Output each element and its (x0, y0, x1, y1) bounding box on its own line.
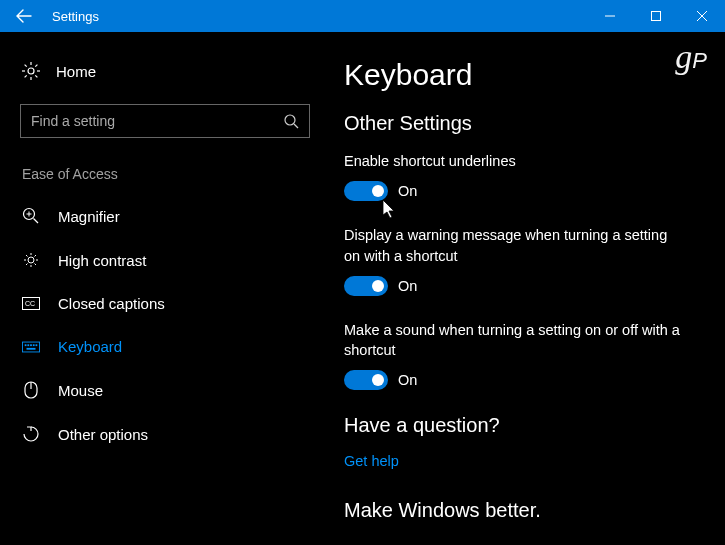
svg-line-24 (35, 255, 37, 257)
toggle-shortcut-underlines[interactable] (344, 181, 388, 201)
high-contrast-icon (22, 251, 40, 269)
svg-line-8 (25, 75, 27, 77)
sidebar-item-label: Mouse (58, 382, 103, 399)
svg-rect-32 (36, 344, 38, 346)
svg-line-21 (26, 255, 28, 257)
svg-text:CC: CC (25, 300, 35, 307)
svg-rect-29 (27, 344, 29, 346)
sidebar-item-label: Closed captions (58, 295, 165, 312)
sidebar-item-other-options[interactable]: Other options (0, 412, 330, 456)
toggle-state: On (398, 372, 417, 388)
toggle-warning-message[interactable] (344, 276, 388, 296)
close-button[interactable] (679, 0, 725, 32)
toggle-knob (372, 185, 384, 197)
sidebar: Home Ease of Access Magnifier High contr… (0, 32, 330, 545)
section-heading: Other Settings (344, 112, 685, 135)
main-panel: Keyboard Other Settings Enable shortcut … (330, 32, 725, 545)
svg-point-1 (28, 68, 34, 74)
home-label: Home (56, 63, 96, 80)
svg-rect-31 (33, 344, 35, 346)
mouse-icon (22, 381, 40, 399)
toggle-state: On (398, 183, 417, 199)
other-options-icon (22, 425, 40, 443)
closed-captions-icon: CC (22, 297, 40, 311)
home-button[interactable]: Home (0, 52, 330, 90)
close-icon (697, 11, 707, 21)
improve-heading: Make Windows better. (344, 499, 685, 522)
minimize-button[interactable] (587, 0, 633, 32)
toggle-sound[interactable] (344, 370, 388, 390)
svg-point-16 (28, 257, 34, 263)
search-icon (283, 113, 299, 129)
arrow-left-icon (16, 8, 32, 24)
sidebar-item-label: Magnifier (58, 208, 120, 225)
toggle-knob (372, 374, 384, 386)
svg-rect-33 (27, 347, 36, 349)
minimize-icon (605, 11, 615, 21)
page-title: Keyboard (344, 58, 685, 92)
svg-rect-27 (22, 342, 39, 352)
setting-label-warning-message: Display a warning message when turning a… (344, 225, 685, 266)
keyboard-icon (22, 341, 40, 353)
setting-label-sound: Make a sound when turning a setting on o… (344, 320, 685, 361)
sidebar-item-keyboard[interactable]: Keyboard (0, 325, 330, 368)
svg-line-13 (34, 219, 39, 224)
sidebar-item-closed-captions[interactable]: CC Closed captions (0, 282, 330, 325)
svg-rect-28 (25, 344, 27, 346)
titlebar: Settings (0, 0, 725, 32)
svg-rect-0 (652, 12, 661, 21)
svg-line-9 (35, 65, 37, 67)
back-button[interactable] (0, 0, 48, 32)
sidebar-item-mouse[interactable]: Mouse (0, 368, 330, 412)
svg-point-10 (285, 115, 295, 125)
svg-line-6 (25, 65, 27, 67)
svg-line-22 (35, 264, 37, 266)
get-help-link[interactable]: Get help (344, 453, 685, 469)
sidebar-item-magnifier[interactable]: Magnifier (0, 194, 330, 238)
sidebar-item-high-contrast[interactable]: High contrast (0, 238, 330, 282)
sidebar-item-label: High contrast (58, 252, 146, 269)
svg-line-7 (35, 75, 37, 77)
sidebar-item-label: Keyboard (58, 338, 122, 355)
magnifier-icon (22, 207, 40, 225)
setting-label-shortcut-underlines: Enable shortcut underlines (344, 151, 685, 171)
toggle-knob (372, 280, 384, 292)
svg-rect-30 (30, 344, 32, 346)
search-input[interactable] (20, 104, 310, 138)
window-title: Settings (52, 9, 99, 24)
gear-icon (22, 62, 40, 80)
svg-line-23 (26, 264, 28, 266)
search-field[interactable] (31, 113, 283, 129)
maximize-button[interactable] (633, 0, 679, 32)
category-label: Ease of Access (0, 158, 330, 194)
toggle-state: On (398, 278, 417, 294)
question-heading: Have a question? (344, 414, 685, 437)
sidebar-item-label: Other options (58, 426, 148, 443)
maximize-icon (651, 11, 661, 21)
svg-line-11 (294, 124, 298, 128)
